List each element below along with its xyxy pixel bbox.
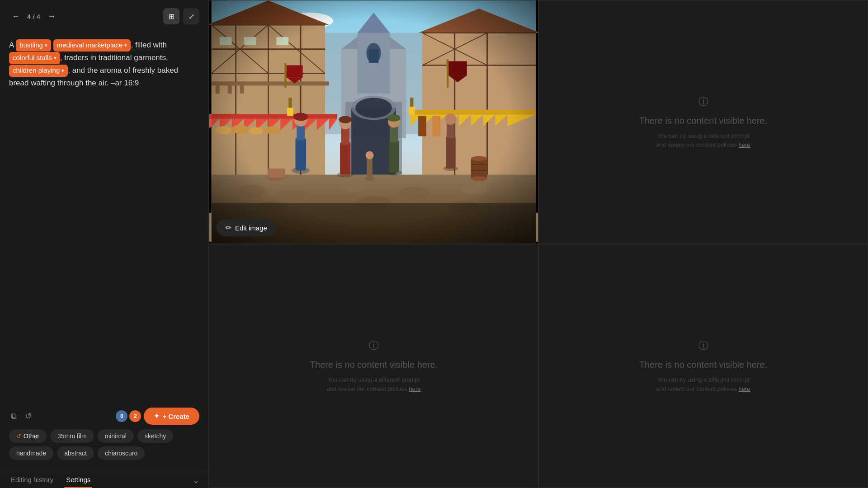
prompt-between1 [51, 41, 53, 49]
tag2-chevron: ▾ [124, 41, 127, 49]
action-row: ⧉ ↺ 0 2 ✦ + Create [9, 408, 199, 425]
grid-icon: ⊞ [169, 12, 175, 21]
bottom-tabs: Editing history Settings ⌄ [0, 472, 208, 488]
empty-title-2: There is no content visible here. [639, 116, 768, 126]
content-policy-link-3[interactable]: here [409, 385, 421, 392]
info-icon-2: ⓘ [698, 95, 708, 108]
bottom-section: ⧉ ↺ 0 2 ✦ + Create [0, 403, 208, 466]
pencil-icon: ✏ [226, 224, 231, 232]
info-icon-4: ⓘ [698, 339, 708, 352]
tab-settings[interactable]: Settings [64, 472, 92, 488]
empty-content-2: ⓘ There is no content visible here. You … [630, 86, 777, 158]
style-chip-abstract[interactable]: abstract [57, 446, 94, 460]
image-cell-2: ⓘ There is no content visible here. You … [538, 0, 868, 244]
bustling-tag[interactable]: bustling▾ [16, 39, 51, 52]
tag4-chevron: ▾ [61, 66, 64, 75]
prompt-between3: , traders in traditional garments, [60, 53, 168, 62]
empty-sub-2: You can try using a different prompt and… [656, 131, 750, 149]
image-cell-1: ✏ Edit image [209, 0, 538, 244]
other-refresh-icon: ↺ [16, 433, 21, 440]
medieval-marketplace-tag[interactable]: medieval marketplace▾ [53, 39, 131, 52]
empty-content-4: ⓘ There is no content visible here. You … [630, 330, 777, 402]
tabs-chevron[interactable]: ⌄ [193, 475, 199, 485]
empty-content-3: ⓘ There is no content visible here. You … [301, 330, 447, 402]
style-chip-handmade[interactable]: handmade [9, 446, 53, 460]
style-chip-minimal[interactable]: minimal [98, 429, 134, 443]
prompt-between2: , filled with [131, 41, 166, 49]
orange-badge: 2 [129, 410, 141, 422]
nav-counter: 4 / 4 [27, 13, 40, 20]
tag3-chevron: ▾ [54, 54, 57, 62]
refresh-icon: ↺ [25, 412, 32, 421]
medieval-scene [209, 0, 538, 244]
tab-editing-history[interactable]: Editing history [9, 472, 55, 488]
right-controls: 0 2 ✦ + Create [116, 408, 199, 425]
next-button[interactable]: → [45, 11, 58, 22]
info-icon-3: ⓘ [369, 339, 379, 352]
empty-sub-4: You can try using a different prompt and… [656, 375, 750, 393]
prev-button[interactable]: ← [9, 11, 23, 22]
nav-icons: ⊞ ⤢ [163, 8, 199, 24]
icon-row-left: ⧉ ↺ [9, 409, 33, 423]
nav-bar: ← 4 / 4 → ⊞ ⤢ [0, 0, 208, 33]
badge-row: 0 2 [116, 410, 141, 422]
prompt-area: A bustling▾ medieval marketplace▾, fille… [0, 33, 208, 403]
expand-icon: ⤢ [189, 12, 194, 21]
copy-button[interactable]: ⧉ [9, 409, 19, 423]
right-panel: ✏ Edit image ⓘ There is no content visib… [209, 0, 868, 488]
content-policy-link-4[interactable]: here [739, 385, 750, 392]
edit-image-button[interactable]: ✏ Edit image [217, 219, 276, 236]
empty-title-4: There is no content visible here. [639, 360, 768, 370]
left-panel: ← 4 / 4 → ⊞ ⤢ A bustling▾ medieval marke… [0, 0, 209, 488]
style-chips: ↺ Other 35mm film minimal sketchy handma… [9, 429, 199, 460]
image-cell-4: ⓘ There is no content visible here. You … [538, 244, 868, 488]
content-policy-link-2[interactable]: here [739, 141, 750, 148]
children-playing-tag[interactable]: children playing▾ [9, 65, 68, 77]
blue-badge: 0 [116, 410, 127, 422]
create-button[interactable]: ✦ + Create [144, 408, 199, 425]
nav-arrows: ← 4 / 4 → [9, 11, 58, 22]
copy-icon: ⧉ [11, 412, 17, 421]
style-chip-35mm[interactable]: 35mm film [50, 429, 94, 443]
empty-title-3: There is no content visible here. [310, 360, 438, 370]
prompt-prefix: A [9, 41, 16, 49]
empty-sub-3: You can try using a different prompt and… [326, 375, 420, 393]
refresh-button[interactable]: ↺ [23, 409, 33, 423]
colorful-stalls-tag[interactable]: colorful stalls▾ [9, 52, 60, 64]
medieval-svg [209, 0, 538, 244]
grid-view-button[interactable]: ⊞ [163, 8, 179, 24]
style-chip-other[interactable]: ↺ Other [9, 429, 47, 443]
style-chip-chiaroscuro[interactable]: chiaroscuro [98, 446, 145, 460]
expand-view-button[interactable]: ⤢ [183, 8, 199, 24]
create-icon: ✦ [154, 412, 160, 420]
style-chip-sketchy[interactable]: sketchy [137, 429, 173, 443]
image-cell-3: ⓘ There is no content visible here. You … [209, 244, 538, 488]
tag1-chevron: ▾ [45, 41, 47, 49]
